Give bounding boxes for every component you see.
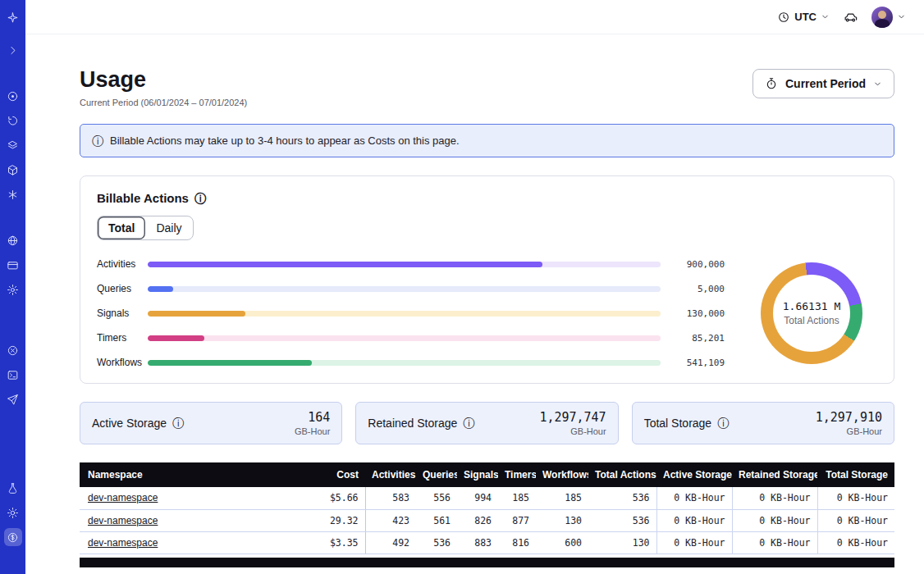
col-signals: Signals [457,462,498,487]
nexus-icon[interactable] [4,185,22,203]
cell-namespace: dev-namespace [80,487,300,509]
info-icon[interactable]: ⓘ [172,417,184,429]
bar-fill [148,360,312,366]
total-storage-label: Total Storage [644,417,712,430]
sidebar-group-help [4,341,22,415]
period-selector-label: Current Period [785,77,866,90]
layers-icon[interactable] [4,136,22,154]
namespace-link[interactable]: dev-namespace [88,537,158,549]
total-storage-card: Total Storage ⓘ 1,297,910 GB-Hour [632,402,894,444]
total-storage-value: 1,297,910 [816,410,882,425]
settings-gear-icon[interactable] [4,280,22,298]
bar-fill [148,335,204,341]
cell-total_storage: 0 KB-Hour [817,531,894,554]
user-menu[interactable] [871,7,906,28]
globe-icon[interactable] [4,231,22,249]
bar-row: Timers85,201 [97,332,725,344]
cell-queries: 536 [416,531,457,554]
period-selector-button[interactable]: Current Period [752,69,894,98]
cell-total_actions: 536 [588,487,656,509]
bar-label: Workflows [97,357,148,368]
chevron-down-icon [873,80,882,89]
cell-active_storage: 0 KB-Hour [656,531,732,554]
col-retained-storage: Retained Storage [732,462,817,487]
info-banner-text: Billable Actions may take up to 3-4 hour… [110,134,460,147]
bar-chart: Activities900,000Queries5,000Signals130,… [97,258,725,368]
content-area: UTC Usage Current Period (06/01/2024 – 0… [25,0,924,574]
cell-activities: 492 [365,531,416,554]
namespace-link[interactable]: dev-namespace [88,492,158,503]
donut-total-value: 1.66131 M [783,300,840,312]
col-total-actions: Total Actions [588,462,656,487]
bar-track [148,262,661,267]
cell-signals: 883 [457,531,498,554]
namespaces-icon[interactable] [4,87,22,105]
retained-storage-card: Retained Storage ⓘ 1,297,747 GB-Hour [355,402,618,444]
car-icon[interactable] [843,9,858,25]
cell-active_storage: 0 KB-Hour [656,509,732,531]
sidebar-group-main [4,87,22,210]
cell-total_storage: 0 KB-Hour [817,487,894,509]
temporal-logo-icon[interactable] [4,8,22,26]
cell-signals: 994 [457,487,498,509]
user-avatar [871,7,893,28]
table-row: dev-namespace29.324235618268771305360 KB… [80,509,894,531]
billing-card-icon[interactable] [4,256,22,274]
history-icon[interactable] [4,112,22,130]
col-queries: Queries [416,462,457,487]
support-icon[interactable] [4,341,22,359]
expand-sidebar-icon[interactable] [4,41,22,59]
table-header-row: Namespace Cost Activities Queries Signal… [80,462,894,487]
deployments-cube-icon[interactable] [4,161,22,179]
info-icon[interactable]: ⓘ [194,193,206,204]
clock-icon [777,11,790,24]
active-storage-card: Active Storage ⓘ 164 GB-Hour [80,402,342,444]
cell-activities: 583 [365,487,416,509]
cell-timers: 185 [498,487,536,509]
active-storage-unit: GB-Hour [295,426,330,436]
cell-active_storage: 0 KB-Hour [656,487,732,509]
chevron-down-icon [897,12,906,21]
info-icon: ⓘ [92,135,103,147]
col-active-storage: Active Storage [656,462,732,487]
info-icon[interactable]: ⓘ [717,417,729,429]
bar-value: 541,109 [670,358,725,368]
bar-row: Workflows541,109 [97,357,725,368]
bar-label: Signals [97,308,148,319]
cell-total_actions: 130 [588,531,656,554]
table-partial-row [80,558,894,567]
col-total-storage: Total Storage [817,462,894,487]
donut-total-label: Total Actions [783,315,840,326]
labs-flask-icon[interactable] [4,479,22,497]
namespace-usage-table: Namespace Cost Activities Queries Signal… [80,462,894,554]
theme-sun-icon[interactable] [4,503,22,522]
bar-track [148,286,661,292]
info-icon[interactable]: ⓘ [463,417,474,429]
tab-total[interactable]: Total [98,216,145,239]
col-namespace: Namespace [80,462,300,487]
tab-daily[interactable]: Daily [145,216,192,239]
donut-chart: 1.66131 M Total Actions [746,262,877,364]
usage-page: Usage Current Period (06/01/2024 – 07/01… [25,34,924,574]
bar-track [148,311,661,317]
cell-timers: 816 [498,531,536,554]
usage-dollar-icon[interactable] [4,528,22,546]
bar-value: 130,000 [670,308,725,319]
bar-track [148,335,661,341]
bar-row: Signals130,000 [97,308,725,319]
feedback-plane-icon[interactable] [4,390,22,408]
cell-namespace: dev-namespace [80,531,300,554]
timezone-selector[interactable]: UTC [777,11,830,24]
cell-queries: 561 [416,509,457,531]
chevron-down-icon [821,12,830,21]
table-row: dev-namespace$5.665835569941851855360 KB… [80,487,894,509]
bar-value: 5,000 [670,284,725,294]
page-subtitle: Current Period (06/01/2024 – 07/01/2024) [80,98,247,107]
cell-retained_storage: 0 KB-Hour [732,509,817,531]
bar-track [148,360,661,366]
cell-total_storage: 0 KB-Hour [817,509,894,531]
docs-terminal-icon[interactable] [4,366,22,384]
total-storage-unit: GB-Hour [816,426,882,436]
namespace-link[interactable]: dev-namespace [88,515,158,526]
bar-row: Activities900,000 [97,258,725,270]
